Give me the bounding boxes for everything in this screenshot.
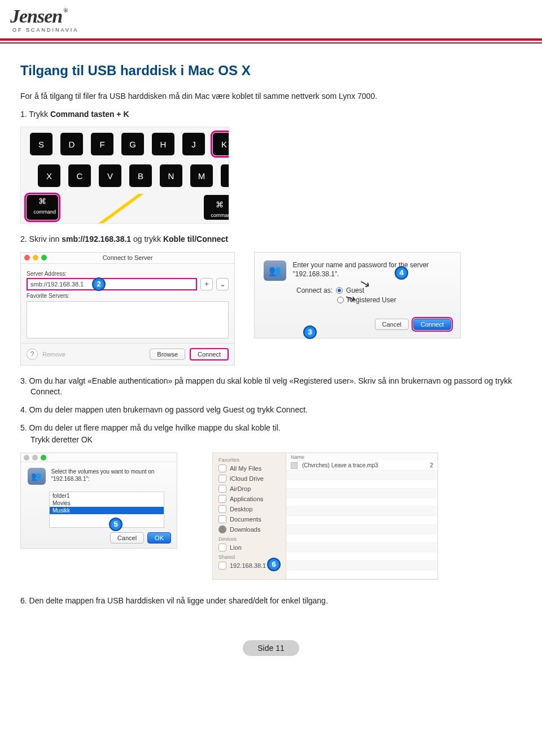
dialog-title: Connect to Server [103, 254, 153, 261]
file-row [286, 498, 438, 507]
key-m: M [190, 164, 213, 187]
step-1-bold: Command tasten + K [50, 110, 129, 119]
server-address-input[interactable]: smb://192.168.38.1 [27, 278, 197, 290]
window-controls[interactable] [24, 255, 47, 260]
remove-button[interactable]: Remove [42, 351, 65, 358]
sidebar-item[interactable]: Documents [213, 514, 286, 524]
key-c: C [68, 164, 91, 187]
server-address-label: Server Address: [27, 271, 229, 277]
key-k-highlighted: K [213, 133, 229, 155]
file-row [286, 534, 438, 543]
step-3: 3. Om du har valgt «Enable authenticatio… [20, 376, 522, 398]
connect-as-label: Connect as: [296, 286, 333, 294]
sidebar-item[interactable]: Applications [213, 494, 286, 504]
chevron-down-icon: ⌄ [220, 280, 226, 288]
auth-dialog: 👥 Enter your name and password for the s… [254, 252, 461, 338]
sidebar-item-label: 192.168.38.1 [230, 562, 266, 569]
airdrop-icon [218, 485, 226, 493]
close-icon[interactable] [24, 255, 30, 260]
help-button[interactable]: ? [27, 349, 38, 360]
list-item[interactable]: folder1 [50, 492, 164, 499]
ok-button[interactable]: OK [147, 532, 171, 544]
step-5b: Trykk deretter OK [20, 435, 522, 446]
sidebar-item-label: Desktop [230, 506, 252, 512]
page-number: Side 11 [243, 640, 299, 656]
key-x: X [38, 164, 60, 187]
connect-button[interactable]: Connect [190, 348, 229, 360]
sidebar-item[interactable]: Desktop [213, 504, 286, 514]
column-name[interactable]: Name [291, 454, 433, 460]
server-icon: 👥 [264, 260, 286, 281]
volumes-list[interactable]: folder1 Movies Musikk [49, 492, 164, 528]
brand-tagline: OF SCANDINAVIA [12, 27, 532, 33]
file-row [286, 507, 438, 516]
step-2-prefix: 2. Skriv inn [20, 234, 62, 244]
list-item-selected[interactable]: Musikk [50, 507, 164, 514]
connect-button-primary[interactable]: Connect [413, 319, 451, 330]
folder-icon [218, 464, 226, 472]
key-d: D [60, 133, 83, 155]
callout-2: 2 [92, 277, 106, 291]
command-label: command [33, 209, 56, 215]
callout-6: 6 [267, 558, 281, 571]
zoom-icon[interactable] [41, 255, 47, 260]
sidebar-item[interactable]: AirDrop [213, 484, 286, 494]
cancel-button[interactable]: Cancel [110, 532, 144, 544]
file-icon [291, 462, 298, 469]
list-item[interactable]: Movies [50, 499, 164, 507]
step-2: 2. Skriv inn smb://192.168.38.1 og trykk… [20, 234, 522, 245]
sidebar-head-devices: Devices [213, 535, 286, 542]
zoom-icon[interactable] [41, 455, 46, 460]
minimize-icon[interactable] [33, 255, 38, 260]
server-icon: 👥 [28, 468, 46, 485]
sidebar-item-label: Applications [230, 496, 263, 502]
step-2-bold1: smb://192.168.38.1 [62, 234, 131, 244]
brand-text: Jensen [10, 6, 62, 27]
key-command-left-highlighted: ⌘ command [27, 195, 58, 220]
file-name: (Chvrches) Leave a trace.mp3 [302, 462, 425, 468]
auth-message: Enter your name and password for the ser… [293, 260, 451, 281]
close-icon[interactable] [24, 455, 29, 460]
guest-radio[interactable] [336, 287, 343, 294]
downloads-icon [218, 525, 226, 533]
command-label: command [211, 212, 229, 218]
step-4: 4. Om du deler mappen uten brukernavn og… [20, 405, 522, 416]
file-row [286, 561, 438, 570]
key-j: J [182, 133, 205, 155]
step-1-prefix: 1. Trykk [20, 110, 50, 119]
intro-text: For å få tilgang til filer fra USB hardd… [20, 91, 522, 102]
step-6: 6. Den delte mappen fra USB harddisken v… [20, 596, 522, 607]
favorite-servers-list[interactable] [27, 301, 229, 338]
key-v: V [99, 164, 121, 187]
file-row[interactable]: (Chvrches) Leave a trace.mp3 2 [286, 461, 438, 471]
file-row [286, 570, 438, 579]
key-n: N [160, 164, 182, 187]
page-footer: Side 11 [20, 640, 522, 656]
keyboard-illustration: S D F G H J K X C V B N M < , ⌘ command … [20, 127, 229, 224]
desktop-icon [218, 505, 226, 513]
minimize-icon[interactable] [32, 455, 38, 460]
cancel-button[interactable]: Cancel [375, 319, 409, 330]
header-divider [0, 38, 542, 44]
sidebar-item[interactable]: All My Files [213, 463, 286, 473]
page-content: Tilgang til USB harddisk i Mac OS X For … [0, 51, 542, 667]
file-row [286, 471, 438, 480]
sidebar-item-label: All My Files [230, 465, 261, 472]
file-row [286, 525, 438, 534]
mount-message: Select the volumes you want to mount on … [51, 468, 171, 485]
callout-3: 3 [303, 325, 317, 339]
browse-button[interactable]: Browse [150, 349, 185, 360]
sidebar-item[interactable]: Downloads [213, 524, 286, 535]
history-button[interactable]: ⌄ [216, 278, 229, 290]
add-server-button[interactable]: + [200, 278, 213, 290]
window-controls[interactable] [24, 455, 46, 460]
command-glyph-icon: ⌘ [216, 200, 224, 209]
registered-mark: ® [63, 7, 67, 14]
registered-user-radio[interactable] [337, 297, 344, 303]
sidebar-item[interactable]: iCloud Drive [213, 473, 286, 484]
file-row [286, 489, 438, 498]
file-row [286, 543, 438, 552]
step-5a: 5. Om du deler ut flere mapper må du vel… [20, 423, 522, 434]
header: Jensen ® OF SCANDINAVIA [0, 0, 542, 36]
sidebar-item[interactable]: Lion [213, 542, 286, 553]
